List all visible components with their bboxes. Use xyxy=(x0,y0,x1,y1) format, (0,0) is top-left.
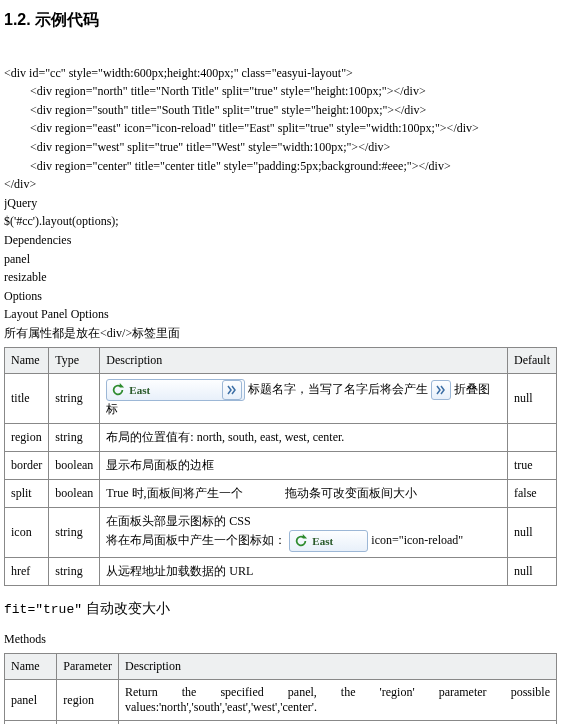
jquery-call: $('#cc').layout(options); xyxy=(4,212,557,231)
code-line: <div id="cc" style="width:600px;height:4… xyxy=(4,66,353,80)
cell-default: true xyxy=(508,452,557,480)
cell-desc: True 时,面板间将产生一个 拖动条可改变面板间大小 xyxy=(100,480,508,508)
methods-label: Methods xyxy=(4,630,557,649)
options-label: Options xyxy=(4,287,557,306)
fit-text: 自动改变大小 xyxy=(82,601,170,616)
table-header-row: Name Type Description Default xyxy=(5,348,557,374)
collapse-icon xyxy=(222,380,242,400)
dep-panel: panel xyxy=(4,250,557,269)
methods-table: Name Parameter Description panel region … xyxy=(4,653,557,724)
east-panel-header: East xyxy=(106,379,245,401)
desc-text: 拖动条可改变面板间大小 xyxy=(285,486,417,500)
east-label: East xyxy=(312,535,333,547)
code-line: <div region="south" title="South Title" … xyxy=(4,101,557,120)
dependencies-label: Dependencies xyxy=(4,231,557,250)
table-row: panel region Return the specified panel,… xyxy=(5,680,557,721)
table-row: region string 布局的位置值有: north, south, eas… xyxy=(5,424,557,452)
code-line: <div region="center" title="center title… xyxy=(4,157,557,176)
table-row: title string East 标题名字，当写了名字后将会产生 折叠图标 n… xyxy=(5,374,557,424)
cell-type: boolean xyxy=(49,452,100,480)
col-desc: Description xyxy=(100,348,508,374)
desc-text: 将在布局面板中产生一个图标如： xyxy=(106,533,286,547)
desc-text: 标题名字，当写了名字后将会产生 xyxy=(248,382,428,396)
cell-default: false xyxy=(508,480,557,508)
code-line: <div region="west" split="true" title="W… xyxy=(4,138,557,157)
cell-name: border xyxy=(5,452,49,480)
cell-desc: 显示布局面板的边框 xyxy=(100,452,508,480)
col-name: Name xyxy=(5,654,57,680)
cell-default: null xyxy=(508,558,557,586)
table-row: href string 从远程地址加载数据的 URL null xyxy=(5,558,557,586)
cell-name: icon xyxy=(5,508,49,558)
cell-name: href xyxy=(5,558,49,586)
cell-desc: Return the specified panel, the 'region'… xyxy=(118,680,556,721)
options-note: 所有属性都是放在<div/>标签里面 xyxy=(4,324,557,343)
table-row: border boolean 显示布局面板的边框 true xyxy=(5,452,557,480)
example-code-block: <div id="cc" style="width:600px;height:4… xyxy=(4,45,557,194)
layout-panel-options-label: Layout Panel Options xyxy=(4,305,557,324)
col-desc: Description xyxy=(118,654,556,680)
col-type: Type xyxy=(49,348,100,374)
col-default: Default xyxy=(508,348,557,374)
cell-default: null xyxy=(508,508,557,558)
cell-type: string xyxy=(49,374,100,424)
col-name: Name xyxy=(5,348,49,374)
table-row: icon string 在面板头部显示图标的 CSS 将在布局面板中产生一个图标… xyxy=(5,508,557,558)
east-panel-header: East xyxy=(289,530,368,552)
cell-type: string xyxy=(49,424,100,452)
cell-default xyxy=(508,424,557,452)
cell-desc: 从远程地址加载数据的 URL xyxy=(100,558,508,586)
collapse-icon xyxy=(431,380,451,400)
cell-name: region xyxy=(5,424,49,452)
cell-param: region xyxy=(57,680,119,721)
cell-type: string xyxy=(49,558,100,586)
desc-text: 在面板头部显示图标的 CSS xyxy=(106,513,501,530)
cell-desc: 在面板头部显示图标的 CSS 将在布局面板中产生一个图标如： East icon… xyxy=(100,508,508,558)
cell-default: null xyxy=(508,374,557,424)
desc-text: True 时,面板间将产生一个 xyxy=(106,486,242,500)
col-param: Parameter xyxy=(57,654,119,680)
options-table: Name Type Description Default title stri… xyxy=(4,347,557,586)
table-row: split boolean True 时,面板间将产生一个 拖动条可改变面板间大… xyxy=(5,480,557,508)
desc-text: Return the specified panel, the 'region'… xyxy=(125,685,550,700)
cell-type: string xyxy=(49,508,100,558)
section-heading: 1.2. 示例代码 xyxy=(4,10,557,31)
cell-desc: East 标题名字，当写了名字后将会产生 折叠图标 xyxy=(100,374,508,424)
cell-name: title xyxy=(5,374,49,424)
cell-name: panel xyxy=(5,680,57,721)
code-line: </div> xyxy=(4,177,36,191)
cell-name: split xyxy=(5,480,49,508)
code-line: <div region="east" icon="icon-reload" ti… xyxy=(4,119,557,138)
east-label: East xyxy=(129,384,150,396)
desc-text: icon="icon-reload" xyxy=(371,533,463,547)
cell-desc: 布局的位置值有: north, south, east, west, cente… xyxy=(100,424,508,452)
table-header-row: Name Parameter Description xyxy=(5,654,557,680)
desc-text: values:'north','south','east','west','ce… xyxy=(125,700,550,715)
dep-resizable: resizable xyxy=(4,268,557,287)
jquery-label: jQuery xyxy=(4,194,557,213)
code-line: <div region="north" title="North Title" … xyxy=(4,82,557,101)
fit-code: fit="true" xyxy=(4,602,82,617)
fit-note: fit="true" 自动改变大小 xyxy=(4,600,557,618)
reload-icon xyxy=(111,383,125,397)
cell-type: boolean xyxy=(49,480,100,508)
reload-icon xyxy=(294,534,308,548)
